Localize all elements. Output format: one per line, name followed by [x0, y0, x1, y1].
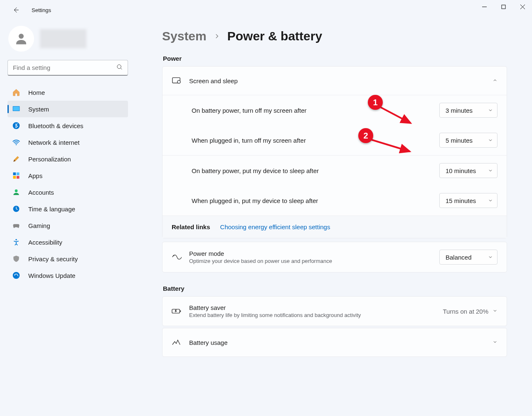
power-mode-text: Power mode Optimize your device based on… [189, 250, 439, 264]
battery-sleep-row: On battery power, put my device to sleep… [163, 155, 507, 186]
back-button[interactable] [7, 2, 24, 18]
nav-label: Personalization [28, 156, 71, 163]
power-mode-icon [172, 253, 184, 261]
nav-label: Accessibility [28, 239, 62, 246]
annotation-arrow-2 [369, 136, 415, 156]
svg-rect-4 [13, 106, 20, 111]
chevron-down-icon [488, 198, 493, 203]
svg-point-2 [117, 65, 121, 69]
nav-label: Accounts [28, 189, 54, 196]
svg-point-16 [177, 80, 180, 83]
plugged-sleep-row: When plugged in, put my device to sleep … [163, 186, 507, 215]
battery-saver-title: Battery saver [189, 304, 443, 311]
dropdown-value: 5 minutes [446, 137, 473, 144]
battery-usage-row[interactable]: Battery usage [163, 328, 507, 357]
power-mode-row: Power mode Optimize your device based on… [163, 242, 507, 272]
battery-saver-subtitle: Extend battery life by limiting some not… [189, 312, 443, 318]
app-title: Settings [32, 7, 51, 13]
nav-label: System [28, 106, 49, 113]
screen-sleep-card: Screen and sleep On battery power, turn … [162, 66, 507, 238]
screen-sleep-title: Screen and sleep [189, 77, 493, 84]
breadcrumb: System Power & battery [162, 29, 507, 43]
plugged-sleep-label: When plugged in, put my device to sleep … [192, 197, 439, 204]
battery-saver-text: Battery saver Extend battery life by lim… [189, 304, 443, 318]
battery-usage-card: Battery usage [162, 328, 507, 357]
search-box[interactable] [7, 60, 128, 76]
avatar [8, 26, 34, 52]
svg-line-23 [372, 140, 410, 151]
svg-rect-10 [17, 176, 20, 179]
battery-saver-icon [172, 307, 184, 315]
screen-sleep-icon [172, 76, 184, 85]
svg-point-17 [173, 255, 175, 256]
sidebar-item-system[interactable]: System [7, 101, 128, 117]
plugged-sleep-dropdown[interactable]: 15 minutes [439, 193, 498, 208]
svg-rect-9 [13, 176, 16, 179]
page-title: Power & battery [227, 29, 322, 43]
search-input[interactable] [7, 60, 128, 76]
sidebar-item-time-language[interactable]: Time & language [7, 201, 128, 217]
power-mode-dropdown[interactable]: Balanced [439, 250, 498, 265]
windows-update-icon [12, 271, 21, 280]
breadcrumb-parent[interactable]: System [162, 29, 207, 43]
minimize-button[interactable] [475, 0, 494, 13]
network-icon [12, 138, 21, 147]
related-links-label: Related links [172, 223, 210, 230]
plugged-screen-row: When plugged in, turn off my screen afte… [163, 125, 507, 155]
svg-rect-19 [180, 310, 181, 312]
gaming-icon [12, 221, 21, 230]
sidebar-item-network[interactable]: Network & internet [7, 134, 128, 151]
close-button[interactable] [513, 0, 532, 13]
main-content: System Power & battery Power Screen and … [133, 20, 532, 416]
svg-point-5 [13, 122, 20, 129]
apps-icon [12, 171, 21, 180]
home-icon [12, 88, 21, 97]
chevron-down-icon [488, 138, 493, 143]
svg-line-21 [381, 107, 411, 123]
profile-block[interactable] [7, 23, 128, 60]
sidebar-item-gaming[interactable]: Gaming [7, 217, 128, 234]
nav-label: Home [28, 89, 45, 96]
nav-label: Apps [28, 172, 42, 179]
dropdown-value: 3 minutes [446, 107, 473, 114]
user-name-redacted [40, 29, 86, 48]
power-mode-card: Power mode Optimize your device based on… [162, 242, 507, 272]
battery-saver-row[interactable]: Battery saver Extend battery life by lim… [163, 297, 507, 326]
chevron-down-icon[interactable] [493, 308, 498, 314]
screen-sleep-header-row[interactable]: Screen and sleep [163, 67, 507, 95]
accounts-icon [12, 188, 21, 197]
related-link-energy-settings[interactable]: Choosing energy efficient sleep settings [220, 223, 330, 230]
chevron-down-icon [488, 168, 493, 173]
sidebar-item-privacy[interactable]: Privacy & security [7, 250, 128, 267]
chevron-right-icon [214, 32, 220, 41]
chevron-up-icon[interactable] [493, 77, 498, 84]
chevron-down-icon[interactable] [493, 339, 498, 346]
battery-usage-icon [172, 338, 184, 347]
sidebar: Home System Bluetooth & devices Network … [0, 20, 133, 416]
svg-point-13 [15, 239, 17, 240]
svg-rect-0 [502, 5, 505, 9]
sidebar-item-apps[interactable]: Apps [7, 167, 128, 184]
sidebar-item-home[interactable]: Home [7, 84, 128, 101]
battery-sleep-dropdown[interactable]: 10 minutes [439, 163, 498, 178]
titlebar: Settings [0, 0, 532, 20]
plugged-screen-dropdown[interactable]: 5 minutes [439, 133, 498, 148]
svg-point-11 [15, 189, 18, 192]
svg-rect-8 [17, 173, 20, 176]
personalization-icon [12, 154, 21, 163]
battery-saver-status: Turns on at 20% [443, 308, 488, 315]
battery-screen-dropdown[interactable]: 3 minutes [439, 103, 498, 118]
nav-label: Gaming [28, 222, 50, 229]
sidebar-item-windows-update[interactable]: Windows Update [7, 267, 128, 284]
section-power: Power [163, 55, 507, 62]
sidebar-item-accounts[interactable]: Accounts [7, 184, 128, 201]
nav-label: Network & internet [28, 139, 79, 146]
sidebar-item-personalization[interactable]: Personalization [7, 151, 128, 167]
battery-screen-row: On battery power, turn off my screen aft… [163, 95, 507, 125]
sidebar-item-accessibility[interactable]: Accessibility [7, 234, 128, 250]
section-battery: Battery [163, 285, 507, 292]
nav-list: Home System Bluetooth & devices Network … [7, 84, 128, 284]
battery-usage-title: Battery usage [189, 339, 493, 346]
sidebar-item-bluetooth[interactable]: Bluetooth & devices [7, 117, 128, 134]
maximize-button[interactable] [494, 0, 513, 13]
